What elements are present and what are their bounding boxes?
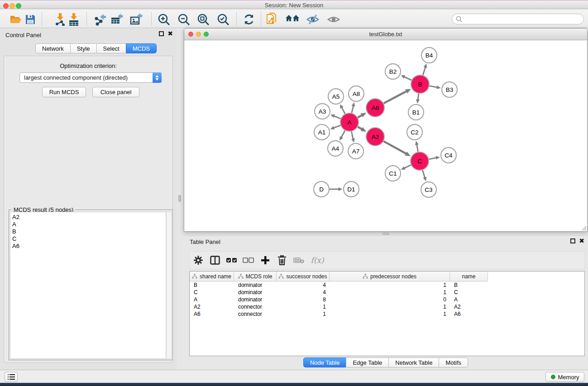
graph-edge-A2-C[interactable] bbox=[383, 141, 406, 154]
table-cell[interactable]: 1 bbox=[277, 310, 330, 318]
graph-edge-B-B1[interactable] bbox=[418, 94, 419, 100]
graph-edge-C-C3[interactable] bbox=[422, 170, 425, 178]
graph-edge-C-C1[interactable] bbox=[404, 165, 411, 168]
vertical-scroll-thumb[interactable] bbox=[178, 195, 181, 202]
column-header-mcds-role[interactable]: MCDS role bbox=[234, 272, 277, 281]
graph-edge-A-A8[interactable] bbox=[352, 105, 354, 113]
tab-node-table[interactable]: Node Table bbox=[303, 357, 347, 367]
home-network-icon[interactable] bbox=[285, 12, 300, 27]
table-cell[interactable]: A6 bbox=[450, 310, 488, 318]
float-panel-icon[interactable] bbox=[159, 31, 164, 36]
graph-edge-A-A7[interactable] bbox=[351, 132, 353, 140]
table-cell[interactable]: C bbox=[450, 289, 488, 296]
table-row[interactable]: A2connector11A2 bbox=[190, 303, 584, 310]
tab-mcds[interactable]: MCDS bbox=[126, 43, 157, 53]
zoom-fit-icon[interactable] bbox=[196, 12, 211, 27]
horizontal-scroll-thumb[interactable] bbox=[382, 233, 389, 235]
table-cell[interactable]: 0 bbox=[330, 296, 450, 303]
column-header-predecessor-nodes[interactable]: predecessor nodes bbox=[330, 272, 450, 281]
table-row[interactable]: Bdominator41B bbox=[190, 281, 584, 289]
graph-edge-C-C2[interactable] bbox=[416, 144, 418, 152]
column-header-name[interactable]: name bbox=[450, 272, 488, 281]
save-session-icon[interactable] bbox=[23, 12, 38, 27]
table-cell[interactable]: 1 bbox=[330, 310, 450, 318]
table-cell[interactable]: 1 bbox=[330, 303, 450, 310]
mcds-result-item[interactable]: B bbox=[12, 228, 166, 235]
mcds-result-item[interactable]: C bbox=[12, 235, 166, 243]
column-header-successor-nodes[interactable]: successor nodes bbox=[277, 272, 330, 281]
delete-table-icon[interactable] bbox=[290, 253, 307, 267]
delete-column-icon[interactable] bbox=[273, 253, 290, 267]
zoom-selected-icon[interactable] bbox=[215, 12, 231, 27]
tab-select[interactable]: Select bbox=[96, 43, 126, 53]
table-cell[interactable]: dominator bbox=[234, 296, 277, 303]
table-cell[interactable]: dominator bbox=[234, 289, 277, 296]
graph-edge-A-A4[interactable] bbox=[341, 131, 345, 138]
graph-edge-A-A3[interactable] bbox=[334, 116, 341, 119]
table-cell[interactable]: connector bbox=[234, 310, 277, 318]
optimization-select[interactable]: largest connected component (directed) bbox=[19, 72, 162, 83]
close-panel-icon[interactable]: ✖ bbox=[167, 31, 173, 36]
clone-network-icon[interactable] bbox=[264, 12, 279, 27]
table-cell[interactable]: connector bbox=[234, 303, 277, 310]
panel-splitter[interactable] bbox=[177, 28, 183, 370]
memory-button[interactable]: Memory bbox=[545, 372, 584, 382]
graph-edge-A6-B[interactable] bbox=[384, 91, 407, 103]
table-cell[interactable]: 1 bbox=[330, 281, 450, 289]
mcds-result-item[interactable]: A2 bbox=[12, 214, 166, 221]
table-row[interactable]: Adominator80A bbox=[190, 296, 584, 303]
table-cell[interactable]: 8 bbox=[277, 296, 330, 303]
export-network-icon[interactable] bbox=[92, 12, 108, 27]
table-row[interactable]: Cdominator41C bbox=[190, 289, 584, 296]
graph-edge-B-B2[interactable] bbox=[404, 76, 411, 80]
mcds-result-item[interactable]: A bbox=[12, 221, 166, 228]
zoom-in-icon[interactable] bbox=[156, 12, 172, 27]
run-mcds-button[interactable]: Run MCDS bbox=[42, 87, 86, 97]
add-column-icon[interactable] bbox=[257, 253, 273, 267]
close-panel-button[interactable]: Close panel bbox=[92, 87, 139, 97]
mcds-result-item[interactable]: A6 bbox=[12, 243, 166, 250]
table-cell[interactable]: 4 bbox=[277, 281, 330, 289]
show-panel-eye-icon[interactable] bbox=[326, 12, 341, 27]
graph-edge-B-B4[interactable] bbox=[423, 67, 425, 75]
import-network-icon[interactable] bbox=[53, 12, 68, 27]
table-settings-icon[interactable] bbox=[190, 253, 206, 267]
mcds-list-scrollbar[interactable] bbox=[166, 212, 172, 359]
table-cell[interactable]: dominator bbox=[234, 281, 277, 289]
tab-motifs[interactable]: Motifs bbox=[439, 357, 468, 367]
graph-edge-B-B3[interactable] bbox=[430, 86, 438, 87]
search-input[interactable] bbox=[452, 14, 584, 24]
close-table-panel-icon[interactable]: ✖ bbox=[579, 238, 584, 243]
table-cell[interactable]: B bbox=[450, 281, 488, 289]
column-header-shared-name[interactable]: shared name bbox=[190, 272, 234, 281]
network-window-titlebar[interactable]: testGlobe.txt bbox=[184, 29, 587, 40]
table-cell[interactable]: A6 bbox=[190, 310, 234, 318]
graph-edge-A-A1[interactable] bbox=[333, 125, 340, 128]
open-file-icon[interactable] bbox=[8, 12, 24, 27]
refresh-icon[interactable] bbox=[241, 12, 257, 27]
deselect-all-icon[interactable] bbox=[240, 253, 257, 267]
table-cell[interactable]: A2 bbox=[450, 303, 488, 310]
export-table-icon[interactable] bbox=[109, 12, 124, 27]
table-cell[interactable]: B bbox=[190, 281, 234, 289]
select-all-icon[interactable] bbox=[223, 253, 240, 267]
graph-edge-A-A5[interactable] bbox=[341, 107, 345, 114]
graph-edge-C-C4[interactable] bbox=[429, 157, 437, 159]
show-columns-icon[interactable] bbox=[206, 253, 223, 267]
tab-edge-table[interactable]: Edge Table bbox=[346, 357, 389, 367]
hide-panel-eye-icon[interactable] bbox=[305, 12, 320, 27]
table-cell[interactable]: A bbox=[450, 296, 488, 303]
table-cell[interactable]: 1 bbox=[277, 303, 330, 310]
apply-function-icon[interactable]: f(x) bbox=[307, 253, 328, 267]
zoom-out-icon[interactable] bbox=[176, 12, 191, 27]
tab-style[interactable]: Style bbox=[70, 43, 97, 53]
task-history-button[interactable] bbox=[5, 372, 18, 382]
resize-grip-icon[interactable] bbox=[580, 224, 587, 231]
table-row[interactable]: A6connector11A6 bbox=[190, 310, 584, 318]
tab-network-table[interactable]: Network Table bbox=[388, 357, 439, 367]
tab-network[interactable]: Network bbox=[35, 43, 71, 53]
table-cell[interactable]: 1 bbox=[330, 289, 450, 296]
export-image-icon[interactable] bbox=[129, 12, 144, 27]
table-cell[interactable]: A bbox=[190, 296, 234, 303]
table-cell[interactable]: 4 bbox=[277, 289, 330, 296]
